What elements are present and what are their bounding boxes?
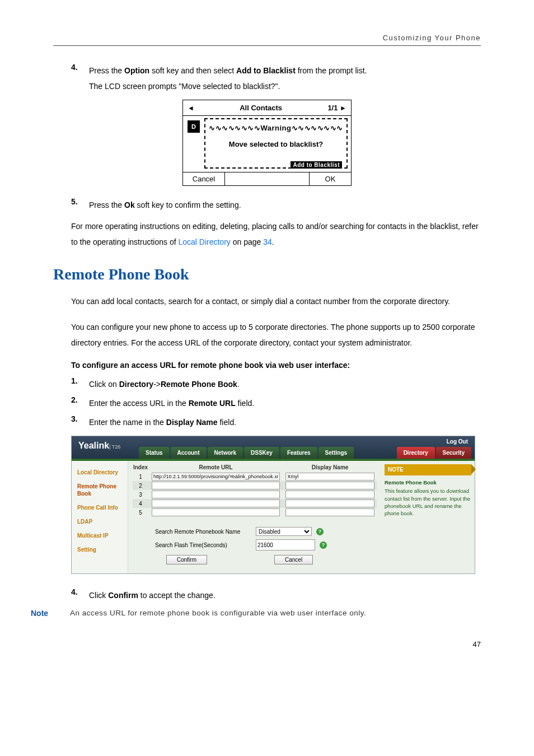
tab-directory[interactable]: Directory — [397, 447, 435, 459]
step-body: Enter the name in the Display Name field… — [89, 414, 481, 430]
step-number: 4. — [71, 587, 89, 603]
text: . — [272, 237, 274, 246]
help-icon[interactable]: ? — [320, 542, 327, 549]
paragraph: You can add local contacts, search for a… — [71, 293, 481, 309]
step-body: Press the Ok soft key to confirm the set… — [89, 197, 481, 213]
keyword: Ok — [124, 200, 135, 209]
arrow-right-icon: ► — [340, 104, 346, 112]
display-name-input[interactable] — [285, 500, 374, 507]
note-panel: NOTE Remote Phone Book This feature allo… — [381, 461, 475, 573]
text: -> — [153, 380, 161, 389]
sidebar-item-remote-phone-book[interactable]: Remote Phone Book — [72, 479, 128, 501]
confirm-button[interactable]: Confirm — [166, 555, 207, 564]
step-body: Enter the access URL in the Remote URL f… — [89, 395, 481, 411]
text: The LCD screen prompts "Move selected to… — [89, 78, 481, 94]
text: field. — [218, 418, 236, 427]
remote-url-input[interactable] — [152, 482, 280, 489]
paragraph: For more operating instructions on editi… — [71, 218, 481, 250]
text: Press the — [89, 200, 124, 209]
step-body: Click Confirm to accept the change. — [89, 587, 481, 603]
page-header: Customizing Your Phone — [53, 34, 481, 46]
row-index: 2 — [133, 483, 148, 489]
row-index: 3 — [133, 492, 148, 498]
lcd-title: All Contacts — [240, 104, 282, 112]
section-title: Remote Phone Book — [53, 265, 481, 283]
web-ui-screenshot: Yealink| T26 Log Out Status Account Netw… — [71, 436, 475, 574]
keyword: Option — [124, 66, 149, 75]
tab-features[interactable]: Features — [280, 447, 317, 459]
tab-network[interactable]: Network — [208, 447, 243, 459]
step-number: 5. — [71, 197, 89, 213]
wave-icon: ∿∿∿∿∿∿∿∿ — [209, 124, 260, 132]
display-name-input[interactable] — [285, 482, 374, 489]
keyword: Display Name — [166, 418, 218, 427]
text: Press the — [89, 66, 124, 75]
text: soft key to confirm the setting. — [135, 200, 241, 209]
paragraph: You can configure your new phone to acce… — [71, 319, 481, 351]
step-body: Click on Directory->Remote Phone Book. — [89, 376, 481, 392]
sidebar-item-multicast-ip[interactable]: Multicast IP — [72, 529, 128, 543]
sidebar: Local Directory Remote Phone Book Phone … — [72, 461, 128, 573]
logout-link[interactable]: Log Out — [447, 438, 468, 445]
keyword: Add to Blacklist — [236, 66, 296, 75]
tab-status[interactable]: Status — [139, 447, 170, 459]
keyword: Remote Phone Book — [161, 380, 237, 389]
tab-account[interactable]: Account — [171, 447, 207, 459]
note-header: NOTE — [385, 464, 471, 475]
sidebar-item-ldap[interactable]: LDAP — [72, 515, 128, 529]
sidebar-item-setting[interactable]: Setting — [72, 543, 128, 557]
lcd-screenshot: ◄ All Contacts 1/1 ► D ∿∿∿∿∿∿∿∿Warning∿∿… — [182, 100, 352, 186]
tab-dsskey[interactable]: DSSKey — [244, 447, 279, 459]
tab-settings[interactable]: Settings — [318, 447, 354, 459]
step-number: 2. — [71, 395, 89, 411]
text: Click — [89, 591, 108, 600]
display-name-input[interactable] — [285, 473, 374, 480]
help-icon[interactable]: ? — [316, 528, 324, 535]
keyword: Directory — [119, 380, 153, 389]
sidebar-item-local-directory[interactable]: Local Directory — [72, 465, 128, 479]
remote-url-input[interactable] — [152, 491, 280, 498]
search-name-label: Search Remote Phonebook Name — [155, 529, 256, 535]
step-number: 3. — [71, 414, 89, 430]
lcd-pager: 1/1 — [327, 104, 338, 112]
remote-url-input[interactable] — [152, 508, 280, 516]
step-body: Press the Option soft key and then selec… — [89, 63, 481, 94]
note-label: Note — [31, 609, 70, 618]
lcd-message: Move selected to blacklist? — [205, 140, 346, 148]
page-number: 47 — [53, 640, 481, 648]
main-area: Index Remote URL Display Name 1 2 3 — [128, 461, 381, 573]
local-directory-link[interactable]: Local Directory — [178, 237, 230, 246]
text: to accept the change. — [138, 591, 216, 600]
text: on page — [231, 237, 263, 246]
arrow-left-icon: ◄ — [188, 104, 194, 112]
page-link[interactable]: 34 — [263, 237, 272, 246]
remote-url-input[interactable] — [152, 473, 280, 480]
flash-time-label: Search Flash Time(Seconds) — [155, 542, 256, 548]
text: field. — [236, 399, 254, 408]
row-index: 1 — [133, 474, 148, 480]
remote-url-input[interactable] — [152, 500, 280, 507]
search-name-select[interactable]: Disabled — [256, 527, 312, 536]
flash-time-input[interactable] — [256, 539, 315, 550]
display-name-input[interactable] — [285, 508, 374, 516]
lcd-ok-button: OK — [309, 172, 351, 185]
cancel-button[interactable]: Cancel — [274, 555, 313, 564]
lcd-option: Add to Blacklist — [291, 161, 342, 169]
lcd-dialog: ∿∿∿∿∿∿∿∿Warning∿∿∿∿∿∿∿∿ Move selected to… — [204, 118, 348, 169]
text: . — [237, 380, 240, 389]
brand-logo: Yealink| T26 — [78, 441, 120, 451]
text: Click on — [89, 380, 119, 389]
col-remote-url: Remote URL — [148, 464, 283, 470]
text: from the prompt list. — [296, 66, 367, 75]
row-index: 5 — [133, 510, 148, 516]
keyword: Remote URL — [189, 399, 236, 408]
sub-heading: To configure an access URL for remote ph… — [71, 361, 481, 370]
brand-model: | T26 — [109, 444, 120, 450]
note-description: This feature allows you to download cont… — [385, 487, 471, 517]
wave-icon: ∿∿∿∿∿∿∿∿ — [292, 124, 343, 132]
sidebar-item-phone-call-info[interactable]: Phone Call Info — [72, 501, 128, 515]
display-name-input[interactable] — [285, 491, 374, 498]
tab-security[interactable]: Security — [436, 447, 471, 459]
keyword: Confirm — [108, 591, 138, 600]
step-number: 4. — [71, 63, 89, 94]
